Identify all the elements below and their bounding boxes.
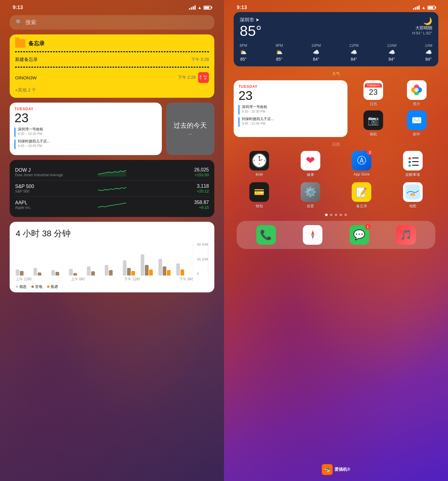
notes-app-icon[interactable]: 📝 — [352, 182, 371, 202]
page-dot-1[interactable] — [325, 214, 328, 216]
chart-group-2 — [34, 268, 50, 276]
dock-music[interactable]: 🎵 — [394, 225, 418, 245]
chart-group-5 — [87, 266, 104, 276]
svg-point-16 — [408, 157, 411, 160]
messages-app-icon[interactable]: 💬 1 — [350, 225, 369, 245]
app-maps[interactable]: 280 地图 — [401, 182, 425, 209]
calendar-widget-left[interactable]: TUESDAY 23 深圳湾一号收租 9:30 – 10:30 PM 到保时捷四… — [10, 103, 162, 155]
app-notes[interactable]: 📝 备忘录 — [350, 182, 374, 209]
past-today-dash: -- — [189, 131, 192, 137]
past-today-widget[interactable]: 过去的今天 -- — [166, 103, 214, 155]
chart-group-4 — [69, 269, 86, 276]
cal-right-event-1: 深圳湾一号收租 9:30 - 10:30 PM — [238, 104, 343, 115]
app-appstore[interactable]: Ⓐ 2 App Store — [350, 151, 374, 177]
health-app-icon[interactable]: ❤ — [301, 151, 320, 170]
photos-app-icon[interactable] — [407, 80, 427, 100]
page-dot-2[interactable] — [330, 214, 332, 216]
dock-phone[interactable]: 📞 — [254, 225, 278, 245]
search-bar[interactable]: 🔍 搜索 — [10, 15, 214, 30]
clock-app-icon[interactable]: 12 6 9 3 — [249, 151, 269, 170]
stock-row-dow[interactable]: DOW J Dow Jones Industrial Average 26,02… — [15, 164, 209, 180]
screentime-widget[interactable]: 4 小时 38 分钟 — [10, 222, 214, 292]
chart-x-1: 上午 12时 — [16, 277, 32, 282]
page-dot-4[interactable] — [340, 214, 342, 216]
svg-point-17 — [408, 161, 411, 163]
cal-event-2-title: 到保时捷四儿子店... — [18, 139, 50, 144]
notes-title: 备忘录 — [28, 40, 45, 47]
dock-messages[interactable]: 💬 1 — [347, 225, 371, 245]
cal-event-2: 到保时捷四儿子店... 9:45 – 10:45 PM — [14, 139, 157, 149]
health-label: 健康 — [307, 172, 314, 177]
app-reminders[interactable]: 提醒事项 — [401, 151, 425, 177]
time-left: 9:13 — [13, 5, 23, 11]
stocks-widget[interactable]: DOW J Dow Jones Industrial Average 26,02… — [10, 160, 214, 217]
cal-event-bar-2 — [14, 139, 15, 149]
app-camera[interactable]: 📷 相机 — [361, 110, 386, 137]
wifi-icon: ▲ — [197, 5, 202, 10]
svg-rect-21 — [412, 165, 419, 166]
svg-rect-19 — [412, 158, 419, 158]
notes-widget[interactable]: 备忘录 新建备忘录 下午 5:28 OINON3W 下午 2:28 蒙牛纯牛奶 … — [10, 34, 214, 98]
page-dot-5[interactable] — [344, 214, 347, 216]
stock-row-sp[interactable]: S&P 500 S&P 500 3,118 +20.12 — [15, 180, 209, 197]
stock-dow-info: DOW J Dow Jones Industrial Average — [15, 167, 80, 177]
page-dot-3[interactable] — [335, 214, 337, 216]
app-calendar[interactable]: TUESDAY 23 日历 — [361, 80, 386, 107]
calendar-label: 日历 — [370, 102, 377, 107]
weather-hourly: 8PM ⛅ 85° 9PM ⛅ 85° 10PM ☁️ 84° 11PM ☁️ — [240, 43, 432, 62]
legend-1: 假息 — [19, 285, 27, 289]
notes-label: 备忘录 — [356, 204, 367, 209]
phone-app-icon[interactable]: 📞 — [256, 225, 276, 245]
app-mail[interactable]: ✉️ 邮件 — [405, 110, 429, 137]
past-today-text: 过去的今天 — [171, 121, 210, 130]
music-app-icon[interactable]: 🎵 — [396, 225, 416, 245]
calendar-app-icon[interactable]: TUESDAY 23 — [363, 80, 383, 100]
notes-item-1[interactable]: 新建备忘录 下午 5:28 — [15, 55, 209, 64]
settings-app-icon[interactable]: ⚙️ — [301, 182, 320, 202]
calendar-label-bottom: 日历 — [234, 142, 438, 147]
weather-hour-3: 10PM ☁️ 84° — [311, 43, 321, 62]
search-icon: 🔍 — [16, 19, 22, 26]
svg-rect-15 — [405, 153, 420, 168]
mail-label: 邮件 — [413, 132, 420, 137]
cal-right-event-1-title: 深圳湾一号收租 — [242, 104, 267, 110]
chart-y-mid: 30 分钟 — [197, 257, 208, 262]
weather-city: 深圳市 ➤ — [240, 17, 262, 23]
app-settings[interactable]: ⚙️ 设置 — [298, 182, 322, 209]
mixed-row: TUESDAY 23 深圳湾一号收租 9:30 - 10:30 PM 到保时捷四… — [234, 80, 438, 137]
chart-x-4: 下午 6时 — [179, 277, 193, 282]
mail-app-icon[interactable]: ✉️ — [407, 110, 427, 130]
cal-right-date: 23 — [238, 89, 343, 102]
weather-hour-4: 11PM ☁️ 84° — [349, 43, 359, 62]
app-wallet[interactable]: 💳 钱包 — [247, 182, 271, 209]
appstore-app-icon[interactable]: Ⓐ 2 — [352, 151, 371, 170]
notes-item-2-name: OINON3W — [15, 75, 37, 80]
battery-icon-right — [427, 6, 435, 10]
search-placeholder: 搜索 — [25, 19, 36, 26]
screentime-legend: 假息 甘地 焦虑 — [16, 284, 208, 289]
app-photos[interactable]: 照片 — [405, 80, 429, 107]
cal-right-event-2-time: 9:45 - 10:45 PM — [242, 122, 274, 125]
dock-safari[interactable] — [301, 225, 325, 245]
wallet-app-icon[interactable]: 💳 — [249, 182, 269, 202]
safari-app-icon[interactable] — [303, 225, 322, 245]
weather-widget[interactable]: 深圳市 ➤ 85° 🌙 大部晴朗 H:91° L:82° 8PM ⛅ 85° 9 — [234, 12, 438, 66]
app-health[interactable]: ❤ 健康 — [298, 151, 322, 177]
weather-hour-1: 8PM ⛅ 85° — [240, 43, 247, 62]
weather-range: H:91° L:82° — [412, 31, 432, 35]
svg-rect-20 — [412, 161, 419, 162]
wallet-label: 钱包 — [256, 204, 263, 209]
dock: 📞 💬 1 — [237, 221, 435, 249]
notes-item-2[interactable]: OINON3W 下午 2:28 蒙牛纯牛奶 — [15, 70, 209, 85]
weather-temp: 85° — [240, 23, 262, 39]
calendar-widget-right[interactable]: TUESDAY 23 深圳湾一号收租 9:30 - 10:30 PM 到保时捷四… — [234, 80, 347, 137]
app-clock[interactable]: 12 6 9 3 时钟 — [247, 151, 271, 177]
camera-app-icon[interactable]: 📷 — [363, 110, 383, 130]
chart-x-labels: 上午 12时 上午 6时 下午 12时 下午 6时 — [16, 277, 208, 282]
stock-row-aapl[interactable]: AAPL Apple Inc. 358.87 +9.15 — [15, 197, 209, 213]
maps-app-icon[interactable]: 280 — [403, 182, 423, 202]
chart-y-bot: 0 — [197, 272, 208, 276]
chart-group-3 — [51, 270, 68, 276]
stock-aapl-fullname: Apple Inc. — [15, 205, 80, 210]
reminders-app-icon[interactable] — [403, 151, 423, 170]
